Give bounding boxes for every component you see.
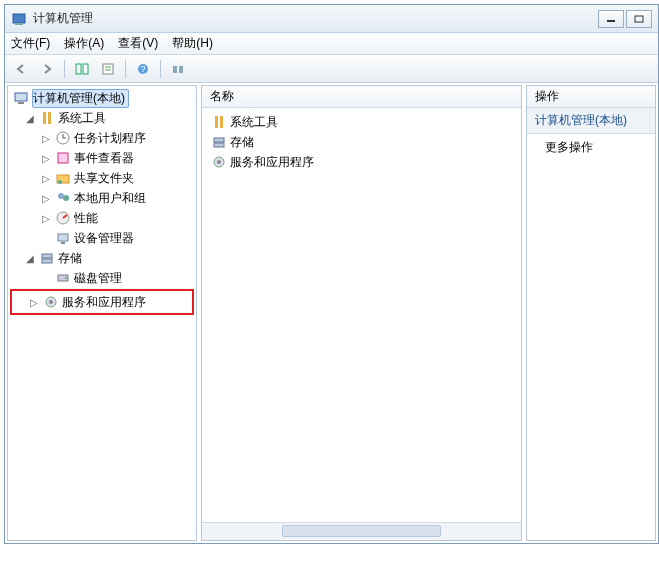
forward-button[interactable] — [35, 58, 59, 80]
svg-point-24 — [63, 195, 69, 201]
svg-rect-37 — [214, 138, 224, 142]
tree-task-scheduler[interactable]: ▷ 任务计划程序 — [8, 128, 196, 148]
svg-point-32 — [65, 277, 67, 279]
svg-rect-20 — [58, 153, 68, 163]
svg-rect-11 — [173, 66, 177, 73]
tree-label: 性能 — [74, 210, 98, 227]
svg-text:?: ? — [140, 64, 145, 74]
tree-label: 磁盘管理 — [74, 270, 122, 287]
minimize-button[interactable] — [598, 10, 624, 28]
tree-shared-folders[interactable]: ▷ 共享文件夹 — [8, 168, 196, 188]
window-title: 计算机管理 — [33, 10, 596, 27]
tree-event-viewer[interactable]: ▷ 事件查看器 — [8, 148, 196, 168]
actions-body: 计算机管理(本地) 更多操作 — [527, 108, 655, 540]
shared-folder-icon — [55, 170, 71, 186]
tree[interactable]: 计算机管理(本地) ◢ 系统工具 ▷ 任务计划程序 ▷ 事件查看器 — [8, 86, 196, 540]
list-pane: 名称 系统工具 存储 服务和应用程序 — [201, 85, 522, 541]
show-hide-tree-button[interactable] — [70, 58, 94, 80]
toolbar-separator — [125, 60, 126, 78]
list-item[interactable]: 存储 — [204, 132, 519, 152]
device-icon — [55, 230, 71, 246]
svg-point-22 — [58, 180, 62, 184]
tools-icon — [39, 110, 55, 126]
svg-rect-14 — [18, 102, 24, 104]
tree-pane: 计算机管理(本地) ◢ 系统工具 ▷ 任务计划程序 ▷ 事件查看器 — [7, 85, 197, 541]
tree-storage[interactable]: ◢ 存储 — [8, 248, 196, 268]
menu-help[interactable]: 帮助(H) — [172, 35, 213, 52]
svg-point-40 — [217, 160, 221, 164]
tree-device-manager[interactable]: 设备管理器 — [8, 228, 196, 248]
toolbar-separator — [64, 60, 65, 78]
collapse-icon[interactable]: ◢ — [24, 253, 36, 264]
svg-rect-13 — [15, 93, 27, 101]
list-view[interactable]: 系统工具 存储 服务和应用程序 — [202, 108, 521, 522]
help-button[interactable]: ? — [131, 58, 155, 80]
tree-label: 事件查看器 — [74, 150, 134, 167]
highlight-box: ▷ 服务和应用程序 — [10, 289, 194, 315]
svg-rect-16 — [48, 112, 51, 124]
menubar: 文件(F) 操作(A) 查看(V) 帮助(H) — [5, 33, 658, 55]
tree-services-apps[interactable]: ▷ 服务和应用程序 — [12, 292, 192, 312]
performance-icon — [55, 210, 71, 226]
column-header-name[interactable]: 名称 — [202, 86, 521, 108]
services-icon — [211, 154, 227, 170]
list-item[interactable]: 服务和应用程序 — [204, 152, 519, 172]
svg-rect-0 — [13, 14, 25, 23]
tree-disk-mgmt[interactable]: 磁盘管理 — [8, 268, 196, 288]
menu-file[interactable]: 文件(F) — [11, 35, 50, 52]
svg-rect-28 — [61, 242, 65, 244]
horizontal-scrollbar[interactable] — [202, 522, 521, 540]
clock-icon — [55, 130, 71, 146]
services-icon — [43, 294, 59, 310]
svg-point-34 — [49, 300, 53, 304]
toolbar-separator — [160, 60, 161, 78]
properties-button[interactable] — [96, 58, 120, 80]
svg-rect-35 — [215, 116, 218, 128]
tree-label: 本地用户和组 — [74, 190, 146, 207]
list-item-label: 服务和应用程序 — [230, 154, 314, 171]
tree-label: 任务计划程序 — [74, 130, 146, 147]
action-pane-button[interactable] — [166, 58, 190, 80]
tree-system-tools[interactable]: ◢ 系统工具 — [8, 108, 196, 128]
actions-pane: 操作 计算机管理(本地) 更多操作 — [526, 85, 656, 541]
toolbar: ? — [5, 55, 658, 83]
window-frame: 计算机管理 文件(F) 操作(A) 查看(V) 帮助(H) ? 计算机管理(本地… — [4, 4, 659, 544]
event-icon — [55, 150, 71, 166]
list-item-label: 系统工具 — [230, 114, 278, 131]
menu-view[interactable]: 查看(V) — [118, 35, 158, 52]
back-button[interactable] — [9, 58, 33, 80]
expand-icon[interactable]: ▷ — [40, 133, 52, 144]
svg-rect-36 — [220, 116, 223, 128]
expand-icon[interactable]: ▷ — [40, 153, 52, 164]
list-item-label: 存储 — [230, 134, 254, 151]
storage-icon — [39, 250, 55, 266]
tree-performance[interactable]: ▷ 性能 — [8, 208, 196, 228]
svg-rect-30 — [42, 259, 52, 263]
scrollbar-thumb[interactable] — [282, 525, 442, 537]
svg-rect-5 — [83, 64, 88, 74]
tree-label: 设备管理器 — [74, 230, 134, 247]
svg-rect-4 — [76, 64, 81, 74]
menu-action[interactable]: 操作(A) — [64, 35, 104, 52]
maximize-button[interactable] — [626, 10, 652, 28]
list-item[interactable]: 系统工具 — [204, 112, 519, 132]
expand-icon[interactable]: ▷ — [40, 173, 52, 184]
app-icon — [11, 11, 27, 27]
tree-label: 系统工具 — [58, 110, 106, 127]
collapse-icon[interactable]: ◢ — [24, 113, 36, 124]
svg-rect-27 — [58, 234, 68, 241]
svg-rect-6 — [103, 64, 113, 74]
tree-local-users[interactable]: ▷ 本地用户和组 — [8, 188, 196, 208]
tree-root[interactable]: 计算机管理(本地) — [8, 88, 196, 108]
storage-icon — [211, 134, 227, 150]
tools-icon — [211, 114, 227, 130]
main-body: 计算机管理(本地) ◢ 系统工具 ▷ 任务计划程序 ▷ 事件查看器 — [5, 83, 658, 543]
actions-more[interactable]: 更多操作 — [527, 134, 655, 161]
expand-icon[interactable]: ▷ — [28, 297, 40, 308]
disk-icon — [55, 270, 71, 286]
expand-icon[interactable]: ▷ — [40, 213, 52, 224]
svg-rect-29 — [42, 254, 52, 258]
tree-label: 存储 — [58, 250, 82, 267]
expand-icon[interactable]: ▷ — [40, 193, 52, 204]
svg-rect-12 — [179, 66, 183, 73]
